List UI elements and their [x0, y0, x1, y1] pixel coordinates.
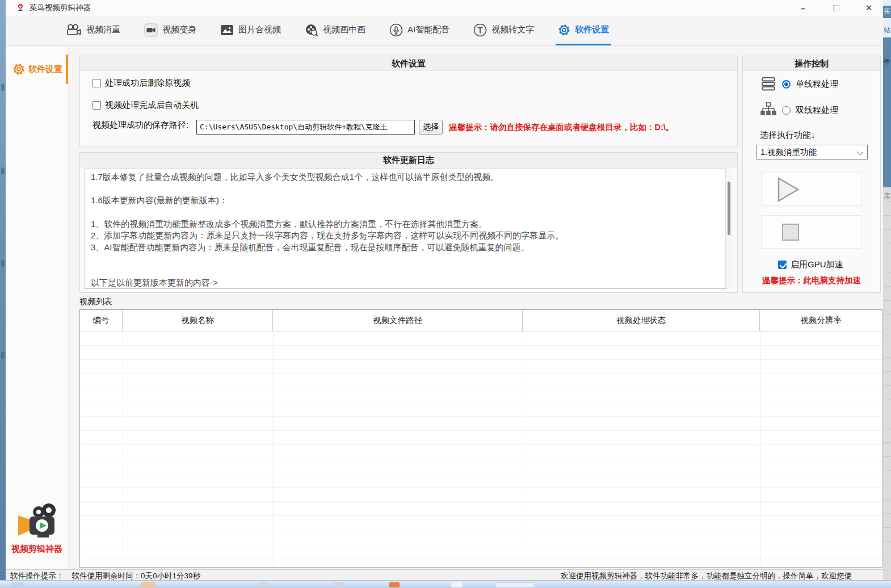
column-header-resolution[interactable]: 视频分辨率 [760, 310, 882, 331]
column-divider [123, 331, 123, 567]
column-header-path[interactable]: 视频文件路径 [273, 310, 523, 331]
play-icon [776, 177, 801, 203]
update-log-groupbox: 软件更新日志 1.7版本修复了批量合成视频的问题，比如导入多个美女类型视频合成1… [79, 152, 738, 293]
column-header-index[interactable]: 编号 [80, 310, 123, 331]
update-log-text[interactable]: 1.7版本修复了批量合成视频的问题，比如导入多个美女类型视频合成1个，这样也可以… [85, 169, 727, 289]
tab-ai-dubbing[interactable]: AI智能配音 [387, 16, 452, 45]
tab-video-pip[interactable]: 视频画中画 [302, 16, 368, 45]
start-button[interactable] [761, 173, 862, 206]
app-logo-icon [16, 3, 25, 12]
taskbar-icon-hint [451, 582, 463, 587]
text-t-icon [473, 23, 487, 37]
desktop-icon-fragment [1, 167, 5, 174]
single-thread-option[interactable]: 单线程处理 [760, 77, 838, 91]
dual-thread-label: 双线程处理 [796, 105, 838, 116]
sidebar: 软件设置 视频剪辑神器 [6, 47, 69, 569]
remaining-time: 软件使用剩余时间：0天0小时1分39秒 [72, 571, 201, 580]
tab-label: 视频变身 [162, 24, 196, 35]
tab-label: 视频转文字 [491, 24, 534, 35]
radio-selected-icon[interactable] [782, 80, 791, 89]
scrollbar-thumb[interactable] [728, 182, 730, 235]
single-thread-label: 单线程处理 [796, 79, 838, 90]
gpu-support-warning: 温馨提示：此电脑支持加速 [743, 275, 880, 286]
minimize-button[interactable]: – [798, 3, 808, 13]
close-button[interactable]: ✕ [864, 3, 874, 13]
desktop-icon-fragment [1, 352, 5, 359]
radio-unselected-icon[interactable] [782, 106, 791, 115]
bg-window-segment [883, 0, 891, 6]
desktop-icon-fragment [1, 84, 5, 91]
maximize-button[interactable] [831, 3, 841, 13]
stop-icon [782, 224, 799, 241]
window-title: 菜鸟视频剪辑神器 [30, 3, 91, 13]
gear-icon [12, 63, 25, 75]
gear-icon [558, 24, 570, 36]
checkbox-unchecked-icon[interactable] [93, 101, 101, 110]
bg-window-segment: 站 [883, 18, 891, 37]
function-select[interactable]: 1.视频消重功能 [756, 145, 868, 159]
gpu-accel-label: 启用GPU加速 [791, 259, 843, 270]
video-list-table[interactable]: 编号 视频名称 视频文件路径 视频处理状态 视频分辨率 [79, 309, 882, 568]
control-panel-title: 操作控制 [743, 56, 880, 71]
table-header-row: 编号 视频名称 视频文件路径 视频处理状态 视频分辨率 [80, 310, 882, 331]
checkbox-checked-icon[interactable] [778, 261, 787, 269]
dual-thread-option[interactable]: 双线程处理 [760, 102, 838, 119]
screen: 菜鸟视频剪辑神器 – ✕ 视频消重 [0, 0, 891, 588]
settings-groupbox: 软件设置 处理成功后删除原视频 视频处理完成后自动关机 视频处理成功的保存路径:… [79, 56, 738, 146]
save-path-row: 视频处理成功的保存路径: [93, 120, 188, 131]
tab-video-transform[interactable]: 视频变身 [142, 16, 199, 45]
column-divider [760, 331, 760, 567]
tab-video-to-text[interactable]: 视频转文字 [471, 16, 536, 45]
window-controls: – ✕ [798, 0, 874, 16]
tab-software-settings[interactable]: 软件设置 [556, 16, 611, 45]
save-path-warning: 温馨提示：请勿直接保存在桌面或者硬盘根目录，比如：D:\。 [449, 122, 674, 133]
picture-icon [220, 23, 234, 37]
status-left: 软件操作提示： 软件使用剩余时间：0天0小时1分39秒 [10, 571, 200, 580]
settings-groupbox-title: 软件设置 [80, 56, 737, 71]
function-select-label: 选择执行功能↓ [760, 130, 816, 141]
app-brand-label: 视频剪辑神器 [6, 544, 68, 555]
tab-label: 视频画中画 [323, 24, 365, 35]
choose-path-button[interactable]: 选择 [419, 120, 443, 135]
movie-camera-icon [66, 24, 82, 36]
stop-button[interactable] [761, 215, 862, 249]
column-header-name[interactable]: 视频名称 [123, 310, 273, 331]
tab-label: 视频消重 [86, 24, 120, 35]
save-path-label: 视频处理成功的保存路径: [93, 120, 188, 131]
tab-label: 软件设置 [575, 24, 609, 35]
table-body-empty[interactable] [80, 331, 882, 567]
maximize-icon [833, 5, 839, 11]
delete-original-checkbox-row[interactable]: 处理成功后删除原视频 [93, 78, 190, 89]
status-bar: 软件操作提示： 软件使用剩余时间：0天0小时1分39秒 欢迎使用视频剪辑神器，软… [6, 569, 883, 580]
delete-original-label: 处理成功后删除原视频 [105, 78, 190, 89]
background-window-edge: 买 站 件 亲 [883, 0, 891, 580]
column-divider [523, 331, 523, 567]
title-bar: 菜鸟视频剪辑神器 – ✕ [6, 0, 883, 16]
tab-video-dedupe[interactable]: 视频消重 [64, 16, 123, 45]
clipped-text-fragment: 买 [884, 7, 890, 15]
film-reel-magnifier-icon [305, 23, 318, 37]
active-indicator [66, 54, 68, 84]
tab-bar: 视频消重 视频变身 图片合视频 [6, 16, 883, 46]
function-select-value: 1.视频消重功能 [760, 147, 817, 158]
tab-label: 图片合视频 [238, 24, 281, 35]
column-header-status[interactable]: 视频处理状态 [523, 310, 760, 331]
video-list-label: 视频列表 [79, 296, 112, 307]
update-log-scrollbar[interactable] [725, 169, 732, 288]
taskbar-icon-hint [258, 582, 270, 587]
column-divider [273, 331, 274, 567]
bg-window-segment: 件 [883, 37, 891, 187]
gpu-accel-option[interactable]: 启用GPU加速 [778, 259, 843, 270]
layers-icon [760, 77, 777, 91]
tab-image-to-video[interactable]: 图片合视频 [218, 16, 283, 45]
checkbox-unchecked-icon[interactable] [93, 79, 101, 87]
taskbar-icon-hint [141, 582, 155, 587]
taskbar-icon-hint [389, 582, 400, 587]
camcorder-icon [144, 23, 158, 37]
auto-shutdown-checkbox-row[interactable]: 视频处理完成后自动关机 [93, 100, 199, 111]
clipped-text-fragment: 站 [884, 26, 890, 34]
taskbar [0, 580, 891, 588]
save-path-input[interactable] [196, 120, 415, 135]
sidebar-item-software-settings[interactable]: 软件设置 [6, 58, 68, 81]
status-welcome: 欢迎使用视频剪辑神器，软件功能非常多，功能都是独立分明的，操作简单，欢迎您使 [561, 571, 852, 580]
